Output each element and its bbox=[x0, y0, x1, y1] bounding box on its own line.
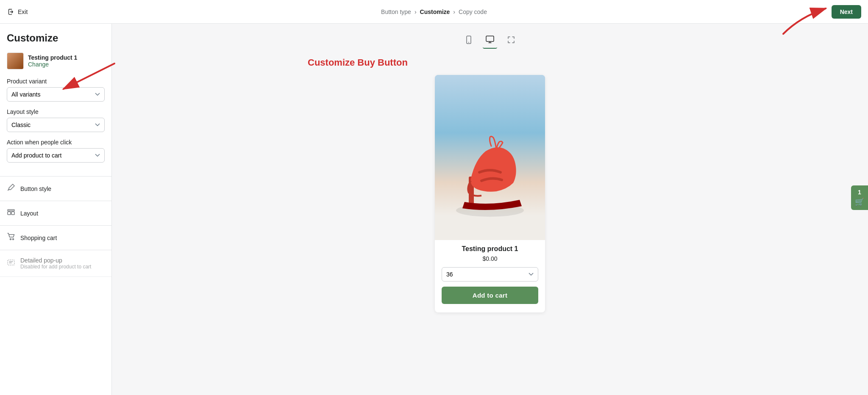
mobile-icon bbox=[464, 35, 473, 44]
popup-icon bbox=[7, 258, 15, 269]
breadcrumb-customize: Customize bbox=[420, 8, 450, 15]
preview-toolbar bbox=[462, 32, 518, 49]
mobile-view-button[interactable] bbox=[462, 33, 476, 48]
sidebar-section-button-style[interactable]: Button style bbox=[0, 177, 111, 201]
layout-label: Layout bbox=[20, 210, 38, 217]
sidebar-section-detailed-popup[interactable]: Detailed pop-up Disabled for add product… bbox=[0, 250, 111, 277]
detailed-popup-info: Detailed pop-up Disabled for add product… bbox=[20, 257, 91, 270]
svg-rect-8 bbox=[486, 36, 494, 41]
exit-icon bbox=[7, 8, 14, 16]
desktop-icon bbox=[485, 35, 495, 44]
preview-product-price: $0.00 bbox=[442, 255, 538, 262]
product-row: Testing product 1 Change bbox=[7, 52, 105, 69]
product-card: Testing product 1 $0.00 36 37 38 39 40 A… bbox=[435, 75, 545, 312]
svg-point-7 bbox=[468, 42, 469, 43]
preview-area: Customize Buy Button bbox=[112, 24, 868, 395]
customize-buy-button-title: Customize Buy Button bbox=[308, 57, 681, 68]
svg-point-4 bbox=[13, 239, 14, 240]
product-card-image bbox=[435, 75, 545, 240]
arrow-to-next bbox=[758, 24, 843, 42]
product-thumbnail bbox=[7, 52, 24, 69]
next-button[interactable]: Next bbox=[832, 5, 861, 19]
product-name: Testing product 1 bbox=[28, 54, 77, 61]
desktop-view-button[interactable] bbox=[483, 32, 497, 49]
breadcrumb: Button type › Customize › Copy code bbox=[381, 8, 487, 15]
sidebar-section-layout[interactable]: Layout bbox=[0, 201, 111, 226]
svg-rect-2 bbox=[11, 212, 14, 215]
action-click-label: Action when people click bbox=[7, 139, 105, 146]
shoe-illustration bbox=[435, 75, 545, 240]
preview-product-name: Testing product 1 bbox=[442, 245, 538, 253]
product-card-body: Testing product 1 $0.00 36 37 38 39 40 A… bbox=[435, 240, 545, 304]
header: Exit Button type › Customize › Copy code… bbox=[0, 0, 868, 24]
cart-icon bbox=[7, 232, 15, 243]
breadcrumb-chevron-2: › bbox=[453, 8, 455, 15]
arrow-to-change bbox=[112, 51, 123, 102]
svg-rect-1 bbox=[8, 212, 11, 215]
action-click-select[interactable]: Add product to cart Open checkout Open p… bbox=[7, 148, 105, 163]
shopping-cart-label: Shopping cart bbox=[20, 235, 57, 241]
cart-badge[interactable]: 1 🛒 bbox=[851, 185, 868, 210]
svg-rect-0 bbox=[8, 210, 14, 211]
layout-style-select[interactable]: Classic Modern Minimal bbox=[7, 118, 105, 132]
sidebar: Customize Testing product 1 Change Produ… bbox=[0, 24, 112, 395]
variant-select[interactable]: 36 37 38 39 40 bbox=[442, 267, 538, 282]
svg-point-3 bbox=[10, 239, 11, 240]
layout-icon bbox=[7, 208, 15, 218]
product-variant-group: Product variant All variants Size 36 Siz… bbox=[7, 78, 105, 102]
button-style-label: Button style bbox=[20, 185, 51, 192]
main-layout: Customize Testing product 1 Change Produ… bbox=[0, 24, 868, 395]
layout-style-group: Layout style Classic Modern Minimal bbox=[7, 108, 105, 132]
breadcrumb-button-type: Button type bbox=[381, 8, 411, 15]
add-to-cart-button[interactable]: Add to cart bbox=[442, 287, 538, 304]
product-thumb-image bbox=[7, 53, 23, 69]
cart-badge-icon: 🛒 bbox=[855, 197, 864, 207]
product-info: Testing product 1 Change bbox=[28, 54, 77, 68]
sidebar-title: Customize bbox=[7, 32, 105, 44]
sidebar-section-shopping-cart[interactable]: Shopping cart bbox=[0, 226, 111, 250]
breadcrumb-chevron-1: › bbox=[415, 8, 417, 15]
product-variant-select[interactable]: All variants Size 36 Size 37 Size 38 bbox=[7, 87, 105, 102]
product-variant-label: Product variant bbox=[7, 78, 105, 85]
layout-style-label: Layout style bbox=[7, 108, 105, 115]
brush-icon bbox=[7, 183, 15, 194]
sidebar-top: Customize Testing product 1 Change Produ… bbox=[0, 24, 111, 176]
detailed-popup-label: Detailed pop-up bbox=[20, 257, 91, 264]
fullscreen-view-button[interactable] bbox=[504, 33, 518, 48]
breadcrumb-copy-code: Copy code bbox=[459, 8, 487, 15]
svg-rect-5 bbox=[8, 260, 14, 265]
detailed-popup-sub: Disabled for add product to cart bbox=[20, 264, 91, 270]
action-click-group: Action when people click Add product to … bbox=[7, 139, 105, 163]
product-change-link[interactable]: Change bbox=[28, 61, 77, 68]
cart-badge-count: 1 bbox=[858, 189, 861, 196]
fullscreen-icon bbox=[506, 35, 516, 44]
exit-button[interactable]: Exit bbox=[7, 8, 28, 16]
exit-label: Exit bbox=[18, 8, 28, 15]
